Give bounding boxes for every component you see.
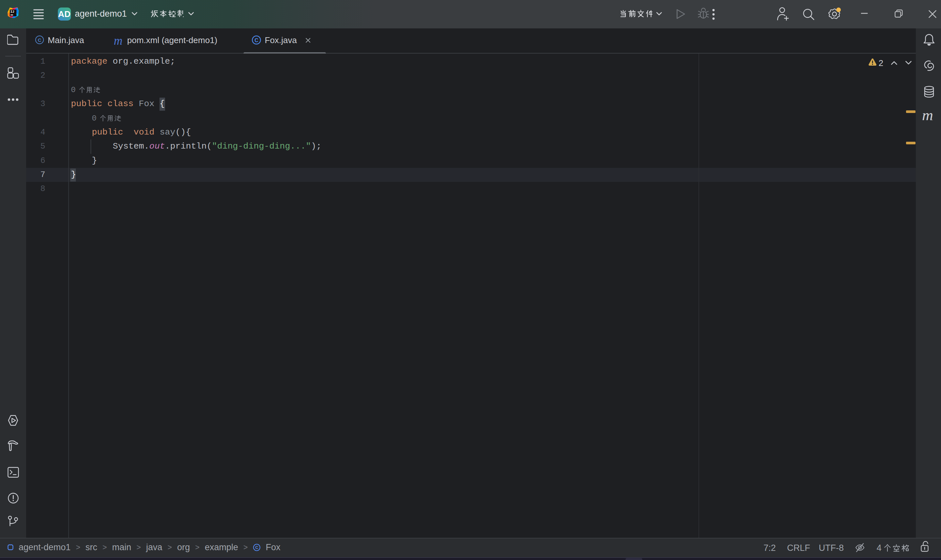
svg-text:C: C bbox=[38, 37, 41, 43]
svg-text:C: C bbox=[255, 37, 259, 43]
svg-text:C: C bbox=[255, 545, 258, 550]
svg-text:IJ: IJ bbox=[11, 10, 14, 14]
